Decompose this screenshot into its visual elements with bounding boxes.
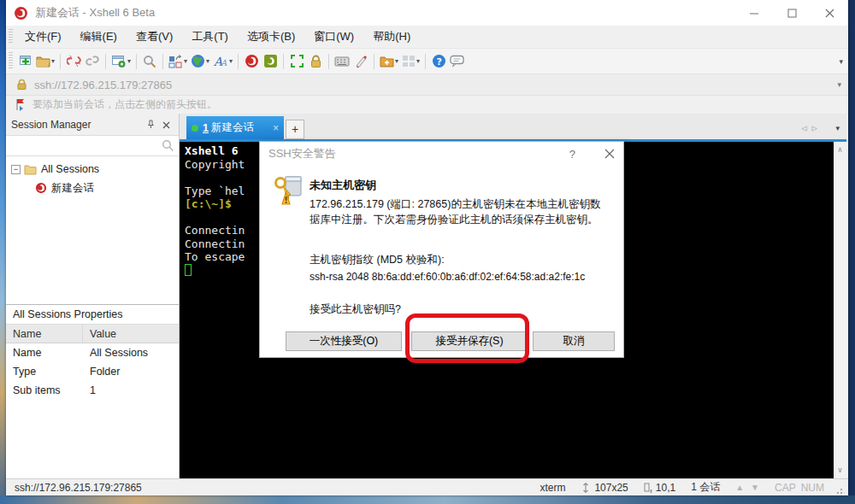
toolbar-grip[interactable]	[9, 52, 13, 69]
reconnect-icon[interactable]	[83, 51, 102, 72]
dialog-close-icon[interactable]	[604, 149, 615, 159]
window-title: 新建会话 - Xshell 6 Beta	[35, 5, 155, 21]
address-dropdown-icon[interactable]: ▾	[837, 80, 841, 89]
new-session-icon[interactable]	[15, 51, 34, 72]
lock-screen-icon[interactable]	[306, 51, 325, 72]
column-header-value[interactable]: Value	[83, 325, 116, 343]
dropdown-caret[interactable]: ▾	[206, 57, 209, 65]
property-value: All Sessions	[83, 343, 148, 362]
status-num: NUM	[801, 482, 824, 494]
property-key: Name	[6, 343, 83, 362]
panel-close-icon[interactable]	[158, 117, 174, 132]
session-search-input[interactable]	[6, 136, 179, 156]
dialog-title: SSH安全警告	[268, 146, 569, 161]
ssh-warning-dialog: SSH安全警告 ? 未知主机密钥 172.96.215.179 (端口: 278…	[259, 141, 624, 358]
tree-collapse-icon[interactable]: −	[11, 165, 21, 174]
font-icon[interactable]: AA▾	[211, 51, 234, 72]
disconnect-icon[interactable]	[64, 51, 83, 72]
pin-icon[interactable]	[143, 117, 158, 132]
feedback-icon[interactable]	[448, 51, 467, 72]
address-lock-icon	[16, 79, 27, 91]
dropdown-caret[interactable]: ▾	[416, 57, 420, 65]
help-icon[interactable]: ?	[429, 51, 448, 72]
search-icon	[162, 139, 174, 152]
dropdown-caret[interactable]: ▾	[184, 57, 187, 65]
menu-view[interactable]: 查看(V)	[127, 25, 182, 49]
tile-windows-icon[interactable]: ▾	[400, 51, 422, 72]
compose-layout-icon[interactable]: ▾	[167, 51, 189, 72]
tab-bar: 1 新建会话 × + ◃▹ ▾	[180, 114, 846, 139]
toolbar-separator	[162, 54, 163, 69]
terminal-scrollbar[interactable]: ∧ ∨	[834, 142, 846, 478]
close-button[interactable]	[811, 0, 848, 26]
status-size[interactable]: 107x25	[594, 482, 628, 494]
svg-text:?: ?	[436, 56, 441, 67]
tab-session[interactable]: 1 新建会话 ×	[186, 116, 284, 139]
menu-tools[interactable]: 工具(T)	[182, 25, 238, 49]
toolbar-overflow-icon[interactable]: ▾	[839, 57, 843, 66]
tree-item-all-sessions[interactable]: − All Sessions	[6, 160, 179, 179]
tab-close-icon[interactable]: ×	[273, 122, 279, 134]
status-term-type[interactable]: xterm	[540, 482, 565, 494]
menu-edit[interactable]: 编辑(E)	[71, 25, 127, 49]
open-folder-icon[interactable]: ▾	[34, 51, 56, 72]
scroll-down-icon[interactable]: ∨	[838, 464, 842, 478]
find-icon[interactable]	[140, 51, 159, 72]
toolbar-separator	[374, 54, 374, 69]
accept-once-button[interactable]: 一次性接受(O)	[286, 331, 402, 351]
new-folder-icon[interactable]: ▾	[378, 51, 400, 72]
dialog-help-icon[interactable]: ?	[569, 148, 575, 161]
dropdown-caret[interactable]: ▾	[395, 57, 398, 65]
session-down-icon[interactable]: ▼	[751, 483, 759, 492]
toolbar-separator	[136, 54, 137, 69]
dialog-heading: 未知主机密钥	[310, 178, 376, 193]
tree-item-label[interactable]: All Sessions	[41, 163, 99, 175]
xftp-icon[interactable]	[261, 51, 280, 72]
xshell-icon[interactable]	[242, 51, 261, 72]
minimize-button[interactable]	[735, 0, 773, 26]
cancel-button[interactable]: 取消	[533, 331, 615, 351]
address-bar[interactable]: ssh://172.96.215.179:27865 ▾	[6, 74, 848, 96]
terminal-cursor	[185, 264, 192, 276]
accept-save-button[interactable]: 接受并保存(S)	[411, 331, 528, 351]
tab-scroll-right-icon[interactable]: ▹	[811, 121, 823, 134]
tree-item-label[interactable]: 新建会话	[51, 181, 94, 196]
dropdown-caret[interactable]: ▾	[127, 57, 131, 65]
property-row: Sub items 1	[6, 381, 179, 400]
session-tree: − All Sessions 新建会话	[6, 156, 179, 304]
session-properties-icon[interactable]: ▾	[109, 51, 133, 72]
property-row: Type Folder	[6, 362, 179, 381]
dropdown-caret[interactable]: ▾	[51, 57, 55, 65]
virtual-keyboard-icon[interactable]	[333, 51, 351, 72]
tab-label: 新建会话	[211, 120, 254, 135]
menu-file[interactable]: 文件(F)	[15, 25, 71, 49]
tree-item-session[interactable]: 新建会话	[6, 179, 179, 197]
toolbar-separator	[238, 54, 239, 69]
session-manager-title: Session Manager	[11, 119, 143, 131]
menu-tab[interactable]: 选项卡(B)	[238, 25, 304, 49]
status-session-count[interactable]: 1 会话	[691, 480, 720, 495]
menu-window[interactable]: 窗口(W)	[304, 25, 363, 49]
toolbar-separator	[60, 54, 61, 69]
new-tab-button[interactable]: +	[286, 120, 304, 139]
fullscreen-icon[interactable]	[287, 51, 306, 72]
column-header-name[interactable]: Name	[6, 325, 83, 343]
maximize-button[interactable]	[773, 0, 811, 26]
web-browser-icon[interactable]: ▾	[189, 51, 211, 72]
properties-empty-area	[6, 400, 179, 478]
tab-list-dropdown-icon[interactable]: ▾	[835, 124, 840, 132]
highlight-pen-icon[interactable]	[351, 51, 370, 72]
resize-grip[interactable]	[836, 486, 845, 495]
menu-help[interactable]: 帮助(H)	[363, 25, 420, 49]
status-cursor-pos[interactable]: 10,1	[656, 482, 675, 494]
svg-text:A: A	[220, 58, 227, 67]
host-key-warning-icon	[272, 174, 306, 207]
dropdown-caret[interactable]: ▾	[229, 57, 233, 65]
tab-scroll-left-icon[interactable]: ◃	[801, 121, 812, 134]
properties-column-headers: Name Value	[6, 325, 179, 343]
session-up-icon[interactable]: ▲	[735, 483, 744, 492]
info-bar: 要添加当前会话，点击左侧的箭头按钮。	[6, 96, 848, 114]
menubar-grip[interactable]	[9, 29, 13, 44]
address-url[interactable]: ssh://172.96.215.179:27865	[34, 79, 172, 91]
scroll-up-icon[interactable]: ∧	[838, 144, 842, 157]
